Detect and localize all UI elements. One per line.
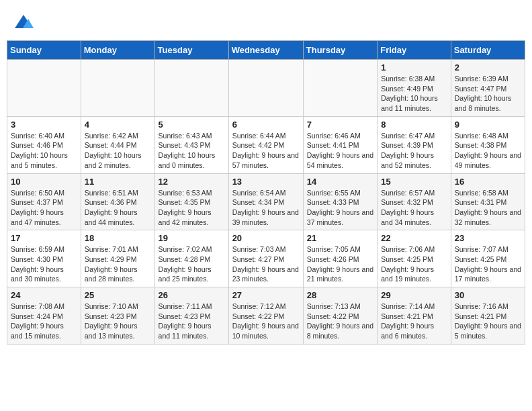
calendar-day-cell: 11Sunrise: 6:51 AM Sunset: 4:36 PM Dayli… <box>81 173 154 230</box>
page-header <box>7 7 525 37</box>
day-number: 11 <box>85 177 151 187</box>
day-number: 25 <box>85 290 151 300</box>
day-number: 4 <box>85 120 151 130</box>
day-number: 29 <box>381 290 447 300</box>
day-info: Sunrise: 7:12 AM Sunset: 4:22 PM Dayligh… <box>232 302 300 341</box>
calendar-day-cell: 16Sunrise: 6:58 AM Sunset: 4:31 PM Dayli… <box>451 173 525 230</box>
day-number: 20 <box>232 233 300 243</box>
calendar-day-cell: 2Sunrise: 6:39 AM Sunset: 4:47 PM Daylig… <box>451 60 525 117</box>
logo-icon <box>13 13 34 34</box>
day-number: 2 <box>455 62 521 73</box>
calendar-day-cell: 4Sunrise: 6:42 AM Sunset: 4:44 PM Daylig… <box>81 116 154 173</box>
calendar-day-cell: 28Sunrise: 7:13 AM Sunset: 4:22 PM Dayli… <box>303 287 377 345</box>
day-number: 19 <box>159 233 225 243</box>
day-info: Sunrise: 6:54 AM Sunset: 4:34 PM Dayligh… <box>232 188 300 228</box>
day-info: Sunrise: 7:08 AM Sunset: 4:24 PM Dayligh… <box>11 302 77 341</box>
calendar-day-cell <box>228 60 303 117</box>
day-info: Sunrise: 6:55 AM Sunset: 4:33 PM Dayligh… <box>307 188 373 228</box>
calendar-day-cell: 17Sunrise: 6:59 AM Sunset: 4:30 PM Dayli… <box>7 230 81 287</box>
day-info: Sunrise: 7:16 AM Sunset: 4:21 PM Dayligh… <box>455 302 521 341</box>
calendar-day-cell: 23Sunrise: 7:07 AM Sunset: 4:25 PM Dayli… <box>451 230 525 287</box>
day-info: Sunrise: 7:05 AM Sunset: 4:26 PM Dayligh… <box>307 244 373 284</box>
calendar-week-row: 17Sunrise: 6:59 AM Sunset: 4:30 PM Dayli… <box>7 230 525 287</box>
day-info: Sunrise: 6:44 AM Sunset: 4:42 PM Dayligh… <box>232 131 300 171</box>
day-info: Sunrise: 6:50 AM Sunset: 4:37 PM Dayligh… <box>11 188 77 228</box>
calendar-day-cell: 22Sunrise: 7:06 AM Sunset: 4:25 PM Dayli… <box>378 230 451 287</box>
calendar-weekday-header: Wednesday <box>228 41 303 60</box>
calendar-day-cell: 25Sunrise: 7:10 AM Sunset: 4:23 PM Dayli… <box>81 287 154 345</box>
calendar-day-cell <box>154 60 228 117</box>
day-number: 15 <box>381 177 447 187</box>
day-number: 30 <box>455 290 521 300</box>
day-info: Sunrise: 6:38 AM Sunset: 4:49 PM Dayligh… <box>381 74 447 113</box>
day-info: Sunrise: 6:47 AM Sunset: 4:39 PM Dayligh… <box>381 131 447 171</box>
calendar-day-cell <box>81 60 154 117</box>
day-info: Sunrise: 6:57 AM Sunset: 4:32 PM Dayligh… <box>381 188 447 228</box>
day-info: Sunrise: 7:01 AM Sunset: 4:29 PM Dayligh… <box>85 244 151 284</box>
day-number: 12 <box>159 177 225 187</box>
calendar-day-cell: 6Sunrise: 6:44 AM Sunset: 4:42 PM Daylig… <box>228 116 303 173</box>
calendar-day-cell: 9Sunrise: 6:48 AM Sunset: 4:38 PM Daylig… <box>451 116 525 173</box>
day-info: Sunrise: 6:40 AM Sunset: 4:46 PM Dayligh… <box>11 131 77 171</box>
day-number: 26 <box>159 290 225 300</box>
calendar-day-cell: 20Sunrise: 7:03 AM Sunset: 4:27 PM Dayli… <box>228 230 303 287</box>
day-number: 27 <box>232 290 300 300</box>
day-number: 6 <box>232 120 300 130</box>
calendar-body: 1Sunrise: 6:38 AM Sunset: 4:49 PM Daylig… <box>7 60 525 345</box>
calendar-day-cell: 5Sunrise: 6:43 AM Sunset: 4:43 PM Daylig… <box>154 116 228 173</box>
calendar-day-cell <box>303 60 377 117</box>
day-number: 8 <box>381 120 447 130</box>
calendar-day-cell: 26Sunrise: 7:11 AM Sunset: 4:23 PM Dayli… <box>154 287 228 345</box>
day-number: 23 <box>455 233 521 243</box>
day-number: 3 <box>11 120 77 130</box>
calendar-day-cell: 1Sunrise: 6:38 AM Sunset: 4:49 PM Daylig… <box>378 60 451 117</box>
day-info: Sunrise: 6:42 AM Sunset: 4:44 PM Dayligh… <box>85 131 151 171</box>
calendar-week-row: 24Sunrise: 7:08 AM Sunset: 4:24 PM Dayli… <box>7 287 525 345</box>
calendar-weekday-header: Sunday <box>7 41 81 60</box>
calendar-day-cell: 30Sunrise: 7:16 AM Sunset: 4:21 PM Dayli… <box>451 287 525 345</box>
day-number: 14 <box>307 177 373 187</box>
calendar-day-cell: 29Sunrise: 7:14 AM Sunset: 4:21 PM Dayli… <box>378 287 451 345</box>
day-info: Sunrise: 7:13 AM Sunset: 4:22 PM Dayligh… <box>307 302 373 341</box>
calendar-day-cell: 24Sunrise: 7:08 AM Sunset: 4:24 PM Dayli… <box>7 287 81 345</box>
day-number: 22 <box>381 233 447 243</box>
day-number: 21 <box>307 233 373 243</box>
day-number: 17 <box>11 233 77 243</box>
day-number: 9 <box>455 120 521 130</box>
day-info: Sunrise: 6:59 AM Sunset: 4:30 PM Dayligh… <box>11 244 77 284</box>
calendar-weekday-header: Friday <box>378 41 451 60</box>
calendar-day-cell: 14Sunrise: 6:55 AM Sunset: 4:33 PM Dayli… <box>303 173 377 230</box>
calendar-week-row: 3Sunrise: 6:40 AM Sunset: 4:46 PM Daylig… <box>7 116 525 173</box>
calendar-day-cell: 18Sunrise: 7:01 AM Sunset: 4:29 PM Dayli… <box>81 230 154 287</box>
day-info: Sunrise: 6:39 AM Sunset: 4:47 PM Dayligh… <box>455 74 521 113</box>
day-info: Sunrise: 6:51 AM Sunset: 4:36 PM Dayligh… <box>85 188 151 228</box>
day-number: 24 <box>11 290 77 300</box>
calendar-day-cell: 19Sunrise: 7:02 AM Sunset: 4:28 PM Dayli… <box>154 230 228 287</box>
calendar-day-cell: 12Sunrise: 6:53 AM Sunset: 4:35 PM Dayli… <box>154 173 228 230</box>
calendar-day-cell <box>7 60 81 117</box>
calendar-day-cell: 7Sunrise: 6:46 AM Sunset: 4:41 PM Daylig… <box>303 116 377 173</box>
calendar-week-row: 1Sunrise: 6:38 AM Sunset: 4:49 PM Daylig… <box>7 60 525 117</box>
day-number: 16 <box>455 177 521 187</box>
calendar-day-cell: 21Sunrise: 7:05 AM Sunset: 4:26 PM Dayli… <box>303 230 377 287</box>
calendar-day-cell: 27Sunrise: 7:12 AM Sunset: 4:22 PM Dayli… <box>228 287 303 345</box>
calendar-weekday-header: Thursday <box>303 41 377 60</box>
day-info: Sunrise: 7:03 AM Sunset: 4:27 PM Dayligh… <box>232 244 300 284</box>
calendar-weekday-header: Monday <box>81 41 154 60</box>
day-number: 1 <box>381 62 447 73</box>
day-number: 7 <box>307 120 373 130</box>
calendar-day-cell: 15Sunrise: 6:57 AM Sunset: 4:32 PM Dayli… <box>378 173 451 230</box>
day-info: Sunrise: 7:02 AM Sunset: 4:28 PM Dayligh… <box>159 244 225 284</box>
day-info: Sunrise: 6:46 AM Sunset: 4:41 PM Dayligh… <box>307 131 373 171</box>
calendar-weekday-header: Saturday <box>451 41 525 60</box>
calendar-day-cell: 3Sunrise: 6:40 AM Sunset: 4:46 PM Daylig… <box>7 116 81 173</box>
calendar-weekday-header: Tuesday <box>154 41 228 60</box>
calendar-week-row: 10Sunrise: 6:50 AM Sunset: 4:37 PM Dayli… <box>7 173 525 230</box>
day-info: Sunrise: 7:11 AM Sunset: 4:23 PM Dayligh… <box>159 302 225 341</box>
logo <box>13 13 36 34</box>
day-info: Sunrise: 7:06 AM Sunset: 4:25 PM Dayligh… <box>381 244 447 284</box>
day-number: 5 <box>159 120 225 130</box>
calendar-table: SundayMondayTuesdayWednesdayThursdayFrid… <box>7 40 525 345</box>
calendar-header-row: SundayMondayTuesdayWednesdayThursdayFrid… <box>7 41 525 60</box>
day-number: 18 <box>85 233 151 243</box>
